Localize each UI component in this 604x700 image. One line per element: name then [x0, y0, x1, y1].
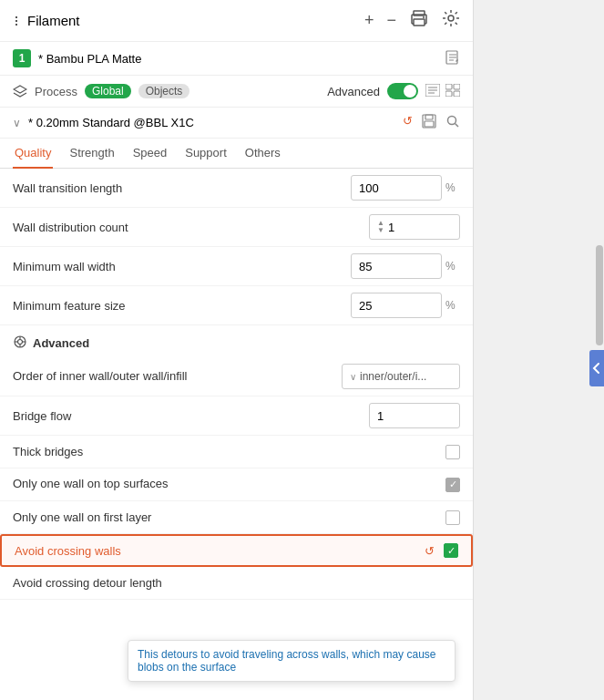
- print-icon[interactable]: [409, 10, 429, 31]
- thick-bridges-row: Thick bridges: [0, 436, 473, 468]
- wall-transition-length-unit: %: [445, 181, 460, 194]
- process-row: Process Global Objects Advanced: [0, 76, 473, 108]
- one-wall-top-row: Only one wall on top surfaces: [0, 468, 473, 501]
- process-icons: [425, 84, 460, 99]
- avoid-detour-label: Avoid crossing detour length: [13, 576, 460, 590]
- svg-rect-12: [445, 91, 452, 97]
- list-view-icon[interactable]: [425, 84, 440, 99]
- profile-reset-button[interactable]: ↺: [403, 114, 413, 131]
- minimum-feature-size-input: 25 %: [351, 293, 460, 318]
- bridge-flow-field[interactable]: 1: [369, 403, 460, 428]
- minimum-feature-size-unit: %: [445, 299, 460, 312]
- process-label: Process: [35, 85, 77, 98]
- tab-strength[interactable]: Strength: [67, 139, 116, 169]
- svg-point-20: [18, 340, 23, 345]
- bridge-flow-row: Bridge flow 1: [0, 396, 473, 436]
- spinner-arrows[interactable]: ▲ ▼: [377, 220, 384, 234]
- minimum-wall-width-row: Minimum wall width 85 %: [0, 247, 473, 286]
- minimum-feature-size-field[interactable]: 25: [351, 293, 442, 318]
- wall-transition-length-field[interactable]: 100: [351, 175, 442, 201]
- avoid-crossing-walls-row: Avoid crossing walls ↺: [0, 534, 473, 567]
- minimum-wall-width-input: 85 %: [351, 253, 460, 279]
- svg-point-17: [448, 117, 456, 125]
- settings-icon[interactable]: [442, 9, 460, 32]
- advanced-section-icon: [13, 335, 27, 352]
- svg-rect-15: [425, 115, 433, 119]
- svg-rect-10: [445, 84, 452, 89]
- advanced-section-label: Advanced: [33, 336, 89, 350]
- one-wall-top-checkbox[interactable]: [445, 478, 460, 492]
- order-inner-wall-label: Order of inner wall/outer wall/infill: [13, 368, 342, 385]
- app-title: Filament: [27, 13, 357, 28]
- profile-row: ∨ * 0.20mm Standard @BBL X1C ↺: [0, 108, 473, 139]
- order-inner-wall-dropdown[interactable]: ∨ inner/outer/i...: [342, 364, 460, 389]
- avoid-crossing-checkbox[interactable]: [444, 543, 458, 558]
- one-wall-first-label: Only one wall on first layer: [13, 510, 445, 524]
- process-right: Advanced: [327, 83, 460, 99]
- tab-speed[interactable]: Speed: [131, 139, 169, 169]
- profile-chevron: ∨: [13, 117, 21, 129]
- svg-rect-16: [425, 121, 434, 127]
- minimum-wall-width-unit: %: [445, 260, 460, 273]
- minimum-feature-size-row: Minimum feature size 25 %: [0, 286, 473, 325]
- svg-rect-11: [454, 84, 460, 89]
- bridge-flow-input: 1: [369, 403, 460, 428]
- one-wall-top-label: Only one wall on top surfaces: [13, 476, 445, 492]
- tooltip-box: This detours to avoid traveling across w…: [128, 640, 456, 682]
- wall-distribution-count-field[interactable]: ▲ ▼ 1: [369, 214, 460, 240]
- side-panel-arrow[interactable]: [589, 350, 604, 386]
- filament-icon: ⫶: [13, 13, 20, 29]
- profile-save-button[interactable]: [422, 114, 436, 131]
- grid-view-icon[interactable]: [445, 84, 460, 99]
- minimum-wall-width-label: Minimum wall width: [13, 260, 351, 273]
- one-wall-first-checkbox[interactable]: [445, 510, 460, 525]
- app-header: ⫶ Filament + −: [0, 0, 473, 42]
- filament-badge: 1: [13, 49, 31, 67]
- svg-point-3: [423, 16, 425, 18]
- layers-icon: [13, 85, 27, 98]
- wall-distribution-count-input: ▲ ▼ 1: [369, 214, 460, 240]
- wall-transition-length-input: 100 %: [351, 175, 460, 201]
- avoid-detour-row: Avoid crossing detour length: [0, 567, 473, 600]
- tooltip-text: This detours to avoid traveling across w…: [138, 648, 435, 674]
- add-button[interactable]: +: [364, 11, 374, 30]
- advanced-section-header: Advanced: [0, 325, 473, 357]
- tab-bar: Quality Strength Speed Support Others: [0, 139, 473, 169]
- scrollbar-thumb[interactable]: [596, 245, 603, 345]
- thick-bridges-checkbox[interactable]: [445, 445, 460, 459]
- objects-tag[interactable]: Objects: [138, 84, 190, 98]
- thick-bridges-label: Thick bridges: [13, 445, 445, 458]
- avoid-crossing-reset-icon[interactable]: ↺: [425, 544, 435, 558]
- side-panel: [474, 0, 604, 700]
- settings-content: Wall transition length 100 % Wall distri…: [0, 169, 473, 700]
- filament-name: * Bambu PLA Matte: [38, 52, 438, 66]
- profile-search-button[interactable]: [445, 114, 460, 131]
- svg-point-4: [448, 15, 454, 21]
- filament-edit-button[interactable]: [445, 50, 460, 67]
- bridge-flow-label: Bridge flow: [13, 409, 369, 423]
- one-wall-first-row: Only one wall on first layer: [0, 501, 473, 534]
- svg-rect-13: [454, 91, 460, 97]
- advanced-label: Advanced: [327, 85, 380, 98]
- dropdown-arrow: ∨: [350, 372, 356, 382]
- profile-actions: ↺: [403, 114, 460, 131]
- svg-rect-1: [414, 19, 425, 26]
- wall-transition-length-row: Wall transition length 100 %: [0, 169, 473, 208]
- remove-button[interactable]: −: [386, 11, 396, 30]
- filament-row: 1 * Bambu PLA Matte: [0, 42, 473, 76]
- advanced-toggle[interactable]: [387, 83, 418, 99]
- tab-quality[interactable]: Quality: [13, 139, 53, 169]
- avoid-crossing-walls-label: Avoid crossing walls: [15, 544, 425, 558]
- order-inner-wall-row: Order of inner wall/outer wall/infill ∨ …: [0, 357, 473, 396]
- header-actions: + −: [364, 9, 460, 32]
- wall-transition-length-label: Wall transition length: [13, 181, 351, 195]
- minimum-wall-width-field[interactable]: 85: [351, 253, 442, 279]
- wall-distribution-count-label: Wall distribution count: [13, 221, 369, 234]
- svg-rect-2: [414, 11, 425, 15]
- tab-support[interactable]: Support: [183, 139, 229, 169]
- wall-distribution-count-row: Wall distribution count ▲ ▼ 1: [0, 208, 473, 247]
- global-tag[interactable]: Global: [85, 84, 131, 98]
- profile-name: * 0.20mm Standard @BBL X1C: [28, 116, 397, 129]
- svg-line-18: [456, 124, 459, 128]
- tab-others[interactable]: Others: [243, 139, 282, 169]
